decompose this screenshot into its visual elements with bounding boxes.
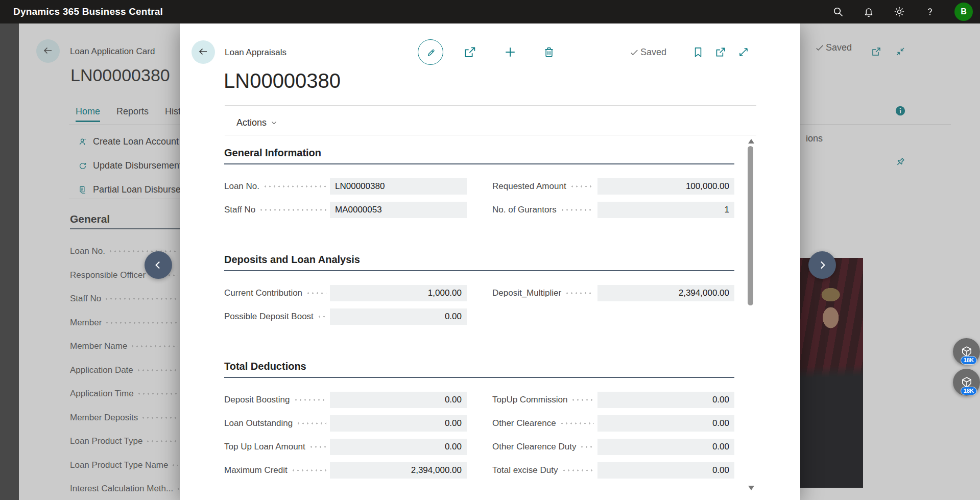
field-column: Requested Amount100,000.00No. of Guranto… bbox=[492, 178, 734, 225]
app-title: Dynamics 365 Business Central bbox=[13, 6, 163, 17]
chevron-down-icon bbox=[270, 119, 278, 127]
field-label: Maximum Credit bbox=[224, 465, 288, 475]
dot-leader bbox=[560, 209, 594, 211]
field-value-input[interactable]: 0.00 bbox=[330, 308, 467, 325]
notifications-bell-icon[interactable] bbox=[863, 6, 875, 18]
next-record-button[interactable] bbox=[808, 251, 836, 279]
extension-count-badge: 18K bbox=[961, 387, 977, 395]
field-row: Staff NoMA0000053 bbox=[224, 202, 467, 218]
dot-leader bbox=[570, 185, 594, 187]
field-value-input[interactable]: 0.00 bbox=[597, 462, 734, 479]
field-value-input[interactable]: LN00000380 bbox=[330, 178, 467, 195]
field-row: Possible Deposit Boost0.00 bbox=[224, 308, 467, 325]
dot-leader bbox=[560, 422, 594, 424]
dot-leader bbox=[263, 185, 326, 187]
field-row: Deposit_Multiplier2,394,000.00 bbox=[492, 285, 734, 301]
dot-leader bbox=[296, 422, 326, 424]
section-grid: Loan No.LN00000380Staff NoMA0000053Reque… bbox=[224, 178, 734, 225]
field-column: Deposit_Multiplier2,394,000.00 bbox=[492, 285, 734, 308]
field-value-input[interactable]: 0.00 bbox=[597, 392, 734, 408]
field-column: Loan No.LN00000380Staff NoMA0000053 bbox=[224, 178, 467, 225]
bookmark-icon[interactable] bbox=[691, 45, 705, 59]
fasttab-section: Total DeductionsDeposit Boosting0.00Loan… bbox=[224, 361, 734, 486]
dot-leader bbox=[309, 446, 326, 448]
field-row: Requested Amount100,000.00 bbox=[492, 178, 734, 195]
dialog-back-button[interactable] bbox=[192, 40, 215, 64]
field-column: Deposit Boosting0.00Loan Outstanding0.00… bbox=[224, 392, 467, 486]
loan-appraisals-dialog: Loan Appraisals Saved LN00000380 bbox=[180, 23, 800, 500]
dialog-record-title: LN00000380 bbox=[224, 69, 341, 92]
section-grid: Current Contribution1,000.00Possible Dep… bbox=[224, 285, 734, 332]
fasttab-section: Deposits and Loan AnalysisCurrent Contri… bbox=[224, 254, 734, 332]
actions-menu[interactable]: Actions bbox=[236, 111, 278, 134]
scrollbar-thumb[interactable] bbox=[748, 146, 753, 305]
field-label: TopUp Commission bbox=[492, 395, 567, 405]
open-in-new-window-icon[interactable] bbox=[714, 45, 727, 59]
dot-leader bbox=[291, 469, 326, 471]
field-value-input[interactable]: 0.00 bbox=[597, 415, 734, 432]
extension-button[interactable]: 18K bbox=[953, 369, 980, 396]
search-icon[interactable] bbox=[832, 6, 844, 18]
dot-leader bbox=[317, 316, 326, 318]
dot-leader bbox=[259, 209, 326, 211]
field-value-input[interactable]: 0.00 bbox=[330, 415, 467, 432]
field-row: TopUp Commission0.00 bbox=[492, 392, 734, 408]
scrollbar-up-arrow[interactable] bbox=[748, 139, 754, 144]
extension-count-badge: 18K bbox=[961, 356, 977, 365]
field-label: Other Clearence bbox=[492, 418, 556, 428]
extension-button[interactable]: 18K bbox=[953, 338, 980, 365]
section-title: Total Deductions bbox=[224, 361, 734, 378]
field-value-input[interactable]: 1 bbox=[597, 202, 734, 218]
field-row: Total excise Duty0.00 bbox=[492, 462, 734, 479]
field-row: Other Clearence Duty0.00 bbox=[492, 439, 734, 455]
delete-trash-icon[interactable] bbox=[542, 45, 556, 59]
section-title: Deposits and Loan Analysis bbox=[224, 254, 734, 271]
field-row: Top Up Loan Amount0.00 bbox=[224, 439, 467, 455]
field-value-input[interactable]: MA0000053 bbox=[330, 202, 467, 218]
field-label: Possible Deposit Boost bbox=[224, 312, 314, 322]
field-row: Current Contribution1,000.00 bbox=[224, 285, 467, 301]
field-value-input[interactable]: 100,000.00 bbox=[597, 178, 734, 195]
field-label: Requested Amount bbox=[492, 181, 566, 192]
new-record-plus-icon[interactable] bbox=[503, 45, 517, 59]
field-value-input[interactable]: 0.00 bbox=[330, 439, 467, 455]
dot-leader bbox=[565, 292, 594, 294]
help-icon[interactable] bbox=[924, 6, 936, 18]
dialog-caption: Loan Appraisals bbox=[225, 47, 286, 58]
dialog-save-status: Saved bbox=[629, 47, 666, 58]
dialog-save-status-label: Saved bbox=[640, 47, 666, 58]
field-value-input[interactable]: 2,394,000.00 bbox=[330, 462, 467, 479]
dialog-content: General InformationLoan No.LN00000380Sta… bbox=[224, 147, 734, 486]
edit-pencil-button[interactable] bbox=[418, 39, 443, 65]
avatar[interactable]: B bbox=[954, 3, 973, 21]
field-column: TopUp Commission0.00Other Clearence0.00O… bbox=[492, 392, 734, 486]
field-value-input[interactable]: 2,394,000.00 bbox=[597, 285, 734, 301]
field-column: Current Contribution1,000.00Possible Dep… bbox=[224, 285, 467, 332]
scrollbar-down-arrow[interactable] bbox=[748, 486, 754, 490]
actions-menu-label: Actions bbox=[236, 117, 267, 128]
field-label: Top Up Loan Amount bbox=[224, 442, 305, 452]
field-row: Loan Outstanding0.00 bbox=[224, 415, 467, 432]
field-row: Deposit Boosting0.00 bbox=[224, 392, 467, 408]
section-title: General Information bbox=[224, 147, 734, 164]
divider bbox=[225, 135, 756, 135]
topbar: Dynamics 365 Business Central B bbox=[0, 0, 980, 23]
previous-record-button[interactable] bbox=[145, 251, 172, 279]
dot-leader bbox=[571, 399, 594, 401]
field-row: Other Clearence0.00 bbox=[492, 415, 734, 432]
field-label: Total excise Duty bbox=[492, 465, 558, 475]
field-value-input[interactable]: 1,000.00 bbox=[330, 285, 467, 301]
share-icon[interactable] bbox=[463, 45, 477, 59]
field-row: No. of Gurantors1 bbox=[492, 202, 734, 218]
settings-gear-icon[interactable] bbox=[893, 6, 905, 18]
field-row: Loan No.LN00000380 bbox=[224, 178, 467, 195]
field-row: Maximum Credit2,394,000.00 bbox=[224, 462, 467, 479]
field-label: Other Clearence Duty bbox=[492, 442, 576, 452]
field-label: Staff No bbox=[224, 205, 255, 215]
dot-leader bbox=[580, 446, 594, 448]
field-value-input[interactable]: 0.00 bbox=[330, 392, 467, 408]
topbar-icons: B bbox=[832, 3, 980, 21]
dot-leader bbox=[294, 399, 326, 401]
expand-icon[interactable] bbox=[737, 45, 750, 59]
field-value-input[interactable]: 0.00 bbox=[597, 439, 734, 455]
